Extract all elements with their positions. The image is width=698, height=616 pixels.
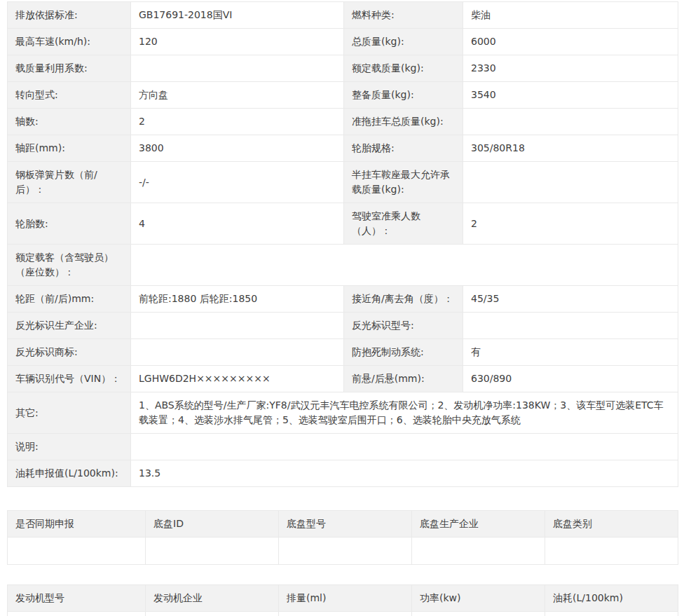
- engine-cell: D4.0NS6B195: [8, 612, 146, 616]
- engine-header-cell: 油耗(L/100km): [545, 585, 678, 612]
- chassis-header-cell: 底盘型号: [279, 511, 412, 538]
- spec-value-cell: [131, 434, 678, 460]
- spec-label-cell: 前悬/后悬(mm):: [344, 366, 463, 392]
- chassis-table: 是否同期申报底盘ID底盘型号底盘生产企业底盘类别: [7, 510, 678, 565]
- engine-table-body: D4.0NS6B195东风康明斯发动机有限公司4000143: [8, 612, 678, 616]
- spec-value-cell: [131, 55, 344, 82]
- chassis-cell: [8, 538, 146, 565]
- engine-header-cell: 功率(kw): [412, 585, 545, 612]
- spec-label-cell: 载质量利用系数:: [8, 55, 131, 82]
- spec-value-cell: 45/35: [463, 286, 678, 313]
- spec-label-cell: 轮胎数:: [8, 203, 131, 245]
- spec-label-cell: 总质量(kg):: [344, 29, 463, 55]
- spec-label-cell: 准拖挂车总质量(kg):: [344, 109, 463, 135]
- spec-row: 排放依据标准:GB17691-2018国VI燃料种类:柴油: [8, 2, 678, 29]
- spec-label-cell: 说明:: [8, 434, 131, 460]
- spec-label-cell: 整备质量(kg):: [344, 82, 463, 109]
- spec-label-cell: 其它:: [8, 392, 131, 434]
- spec-row: 其它:1、ABS系统的型号/生产厂家:YF8/武汉元丰汽车电控系统有限公司；2、…: [8, 392, 678, 434]
- engine-table: 发动机型号发动机企业排量(ml)功率(kw)油耗(L/100km) D4.0NS…: [7, 584, 678, 616]
- spec-row: 油耗申报值(L/100km):13.5: [8, 460, 678, 487]
- engine-cell: 东风康明斯发动机有限公司: [146, 612, 279, 616]
- spec-value-cell: 3800: [131, 135, 344, 162]
- spec-label-cell: 排放依据标准:: [8, 2, 131, 29]
- spec-value-cell: 柴油: [463, 2, 678, 29]
- spec-value-cell: -/-: [131, 162, 344, 203]
- chassis-header-cell: 底盘生产企业: [412, 511, 545, 538]
- spec-value-cell: 2330: [463, 55, 678, 82]
- spec-row: 最高车速(km/h):120总质量(kg):6000: [8, 29, 678, 55]
- spec-value-cell: [463, 109, 678, 135]
- spec-value-cell: 630/890: [463, 366, 678, 392]
- spec-value-cell: 4: [131, 203, 344, 245]
- spec-label-cell: 车辆识别代号（VIN）：: [8, 366, 131, 392]
- engine-cell: [545, 612, 678, 616]
- spec-label-cell: 半挂车鞍座最大允许承载质量(kg):: [344, 162, 463, 203]
- spec-value-cell: 前轮距:1880 后轮距:1850: [131, 286, 344, 313]
- chassis-header-cell: 底盘ID: [146, 511, 279, 538]
- spec-row: 钢板弹簧片数（前/后）：-/-半挂车鞍座最大允许承载质量(kg):: [8, 162, 678, 203]
- spec-label-cell: 轮胎规格:: [344, 135, 463, 162]
- chassis-data-row: [8, 538, 678, 565]
- spec-value-cell: 6000: [463, 29, 678, 55]
- spec-value-cell: [463, 313, 678, 339]
- chassis-cell: [146, 538, 279, 565]
- spec-value-cell: 有: [463, 339, 678, 366]
- spec-value-cell: [131, 245, 678, 286]
- engine-header-row: 发动机型号发动机企业排量(ml)功率(kw)油耗(L/100km): [8, 585, 678, 612]
- spec-label-cell: 最高车速(km/h):: [8, 29, 131, 55]
- spec-label-cell: 轮距（前/后)mm:: [8, 286, 131, 313]
- spec-label-cell: 额定载客（含驾驶员）（座位数）：: [8, 245, 131, 286]
- spec-value-cell: LGHW6D2H×××××××××: [131, 366, 344, 392]
- spec-value-cell: [463, 162, 678, 203]
- spec-value-cell: 方向盘: [131, 82, 344, 109]
- spec-row: 额定载客（含驾驶员）（座位数）：: [8, 245, 678, 286]
- spec-row: 车辆识别代号（VIN）：LGHW6D2H×××××××××前悬/后悬(mm):6…: [8, 366, 678, 392]
- spec-row: 说明:: [8, 434, 678, 460]
- spec-value-cell: 1、ABS系统的型号/生产厂家:YF8/武汉元丰汽车电控系统有限公司；2、发动机…: [131, 392, 678, 434]
- spec-value-cell: 120: [131, 29, 344, 55]
- spec-row: 轴数:2准拖挂车总质量(kg):: [8, 109, 678, 135]
- chassis-header-row: 是否同期申报底盘ID底盘型号底盘生产企业底盘类别: [8, 511, 678, 538]
- spec-row: 反光标识生产企业:反光标识型号:: [8, 313, 678, 339]
- chassis-cell: [279, 538, 412, 565]
- spec-row: 轮距（前/后)mm:前轮距:1880 后轮距:1850接近角/离去角（度）：45…: [8, 286, 678, 313]
- spec-value-cell: [131, 339, 344, 366]
- spec-label-cell: 轴数:: [8, 109, 131, 135]
- chassis-cell: [412, 538, 545, 565]
- spec-value-cell: 305/80R18: [463, 135, 678, 162]
- vehicle-announcement-spec-page: 排放依据标准:GB17691-2018国VI燃料种类:柴油最高车速(km/h):…: [0, 0, 678, 616]
- spec-value-cell: [131, 313, 344, 339]
- spec-label-cell: 额定载质量(kg):: [344, 55, 463, 82]
- spec-value-cell: 2: [131, 109, 344, 135]
- chassis-table-body: [8, 538, 678, 565]
- vehicle-spec-table-body: 排放依据标准:GB17691-2018国VI燃料种类:柴油最高车速(km/h):…: [8, 2, 678, 487]
- spec-row: 转向型式:方向盘整备质量(kg):3540: [8, 82, 678, 109]
- spec-label-cell: 燃料种类:: [344, 2, 463, 29]
- chassis-header-cell: 底盘类别: [545, 511, 678, 538]
- vehicle-spec-table: 排放依据标准:GB17691-2018国VI燃料种类:柴油最高车速(km/h):…: [7, 1, 678, 487]
- spec-value-cell: GB17691-2018国VI: [131, 2, 344, 29]
- engine-table-head: 发动机型号发动机企业排量(ml)功率(kw)油耗(L/100km): [8, 585, 678, 612]
- spec-value-cell: 13.5: [131, 460, 678, 487]
- chassis-cell: [545, 538, 678, 565]
- spec-label-cell: 轴距(mm):: [8, 135, 131, 162]
- engine-header-cell: 排量(ml): [279, 585, 412, 612]
- spec-label-cell: 转向型式:: [8, 82, 131, 109]
- spec-label-cell: 防抱死制动系统:: [344, 339, 463, 366]
- spec-label-cell: 反光标识型号:: [344, 313, 463, 339]
- engine-data-row: D4.0NS6B195东风康明斯发动机有限公司4000143: [8, 612, 678, 616]
- spec-label-cell: 反光标识生产企业:: [8, 313, 131, 339]
- spec-label-cell: 接近角/离去角（度）：: [344, 286, 463, 313]
- spec-label-cell: 钢板弹簧片数（前/后）：: [8, 162, 131, 203]
- spec-label-cell: 驾驶室准乘人数（人）：: [344, 203, 463, 245]
- spec-value-cell: 3540: [463, 82, 678, 109]
- spec-value-cell: 2: [463, 203, 678, 245]
- engine-header-cell: 发动机型号: [8, 585, 146, 612]
- spec-row: 反光标识商标:防抱死制动系统:有: [8, 339, 678, 366]
- spec-label-cell: 反光标识商标:: [8, 339, 131, 366]
- spec-row: 轴距(mm):3800轮胎规格:305/80R18: [8, 135, 678, 162]
- spec-row: 轮胎数:4驾驶室准乘人数（人）：2: [8, 203, 678, 245]
- engine-cell: 4000: [279, 612, 412, 616]
- chassis-table-head: 是否同期申报底盘ID底盘型号底盘生产企业底盘类别: [8, 511, 678, 538]
